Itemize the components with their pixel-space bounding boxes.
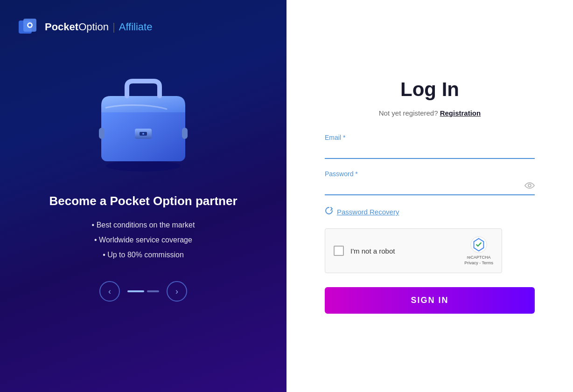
svg-point-3 xyxy=(28,24,31,27)
captcha-left: I'm not a robot xyxy=(334,246,395,256)
register-row: Not yet registered? Registration xyxy=(325,109,535,117)
form-container: Log In Not yet registered? Registration … xyxy=(325,78,535,314)
email-input[interactable] xyxy=(325,144,535,159)
svg-point-11 xyxy=(528,184,531,187)
email-label: Email * xyxy=(325,134,535,141)
recaptcha-logo-icon xyxy=(470,236,487,253)
logo-text: PocketOption|Affiliate xyxy=(45,21,152,33)
features-list: Best conditions on the market Worldwide … xyxy=(92,218,195,262)
right-panel: Log In Not yet registered? Registration … xyxy=(286,0,573,392)
svg-point-8 xyxy=(142,133,144,135)
dot-inactive xyxy=(147,290,159,292)
carousel-prev-button[interactable]: ‹ xyxy=(99,281,120,302)
feature-item: Best conditions on the market xyxy=(92,218,195,233)
register-prompt: Not yet registered? xyxy=(379,109,438,117)
toggle-password-icon[interactable] xyxy=(524,182,535,192)
password-recovery-button[interactable]: Password Recovery xyxy=(325,206,399,217)
hero-title: Become a Pocket Option partner xyxy=(49,194,237,208)
captcha-checkbox[interactable] xyxy=(334,246,344,256)
password-field-group: Password * xyxy=(325,170,535,195)
feature-item: Worldwide service coverage xyxy=(92,233,195,248)
email-field-group: Email * xyxy=(325,134,535,159)
recaptcha-brand: reCAPTCHA xyxy=(467,255,491,261)
password-input[interactable] xyxy=(325,180,535,195)
dot-active xyxy=(127,290,144,292)
carousel-next-button[interactable]: › xyxy=(167,281,187,302)
svg-point-4 xyxy=(106,160,181,172)
password-label: Password * xyxy=(325,170,535,178)
sign-in-button[interactable]: SIGN IN xyxy=(325,287,535,314)
captcha-label: I'm not a robot xyxy=(350,247,395,255)
logo-area: PocketOption|Affiliate xyxy=(19,19,152,35)
carousel-controls: ‹ › xyxy=(99,281,187,302)
page-title: Log In xyxy=(325,78,535,101)
captcha-right: reCAPTCHA Privacy - Terms xyxy=(464,236,493,265)
captcha-container: I'm not a robot reCAPTCHA Privacy - Term… xyxy=(325,228,502,273)
recovery-icon xyxy=(325,206,333,217)
briefcase-illustration xyxy=(78,54,209,185)
registration-link[interactable]: Registration xyxy=(440,109,481,117)
password-recovery-row: Password Recovery xyxy=(325,206,535,217)
left-panel: PocketOption|Affiliate xyxy=(0,0,286,392)
recaptcha-links: Privacy - Terms xyxy=(464,261,493,265)
carousel-dots xyxy=(127,290,159,292)
feature-item: Up to 80% commission xyxy=(92,248,195,262)
logo-icon xyxy=(19,19,40,35)
recovery-text: Password Recovery xyxy=(337,208,399,216)
svg-rect-10 xyxy=(182,128,188,139)
svg-rect-9 xyxy=(99,128,105,139)
